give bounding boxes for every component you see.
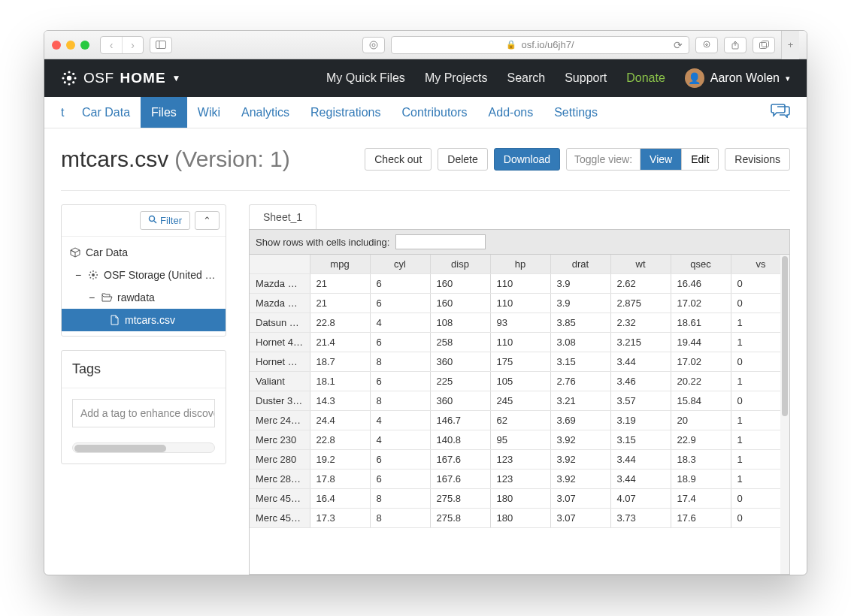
data-cell[interactable]: 3.15 [610,430,671,450]
row-header-cell[interactable]: Mazda RX4… [250,294,310,313]
data-cell[interactable]: 3.92 [550,450,610,470]
close-icon[interactable] [52,41,61,50]
data-cell[interactable]: 3.69 [550,411,610,430]
nav-donate[interactable]: Donate [626,71,665,85]
data-cell[interactable]: 6 [370,450,430,470]
data-cell[interactable]: 15.84 [671,391,731,411]
user-menu[interactable]: 👤 Aaron Wolen ▾ [685,68,790,88]
nav-support[interactable]: Support [565,71,607,85]
forward-icon[interactable]: › [122,37,143,53]
tree-file[interactable]: mtcars.csv [62,309,226,331]
data-cell[interactable]: 18.61 [671,313,731,333]
row-header-cell[interactable]: Valiant [250,372,310,391]
column-header[interactable]: drat [550,255,610,274]
share-button[interactable] [724,37,747,53]
data-cell[interactable]: 6 [370,274,430,294]
row-header-cell[interactable]: Merc 280 [250,450,310,470]
data-cell[interactable]: 258 [430,333,490,352]
data-cell[interactable]: 245 [490,391,550,411]
data-cell[interactable]: 167.6 [430,450,490,470]
table-row[interactable]: Merc 450SL17.38275.81803.073.7317.60 [250,509,790,528]
table-row[interactable]: Merc 240D24.44146.7623.693.19201 [250,411,790,430]
data-cell[interactable]: 3.08 [550,333,610,352]
data-cell[interactable]: 17.02 [671,294,731,313]
tab-analytics[interactable]: Analytics [231,97,300,128]
data-cell[interactable]: 21.4 [310,333,370,352]
data-cell[interactable]: 3.19 [610,411,671,430]
data-cell[interactable]: 6 [370,333,430,352]
data-cell[interactable]: 275.8 [430,509,490,528]
table-row[interactable]: Merc 450SE16.48275.81803.074.0717.40 [250,489,790,509]
data-cell[interactable]: 93 [490,313,550,333]
filter-button[interactable]: Filter [140,211,190,230]
data-cell[interactable]: 3.44 [610,352,671,372]
toggle-edit[interactable]: Edit [682,149,718,170]
collapse-icon[interactable]: − [89,291,96,303]
table-row[interactable]: Merc 280C17.86167.61233.923.4418.91 [250,470,790,489]
reload-icon[interactable]: ⟳ [674,39,683,51]
data-cell[interactable]: 22.9 [671,430,731,450]
data-cell[interactable]: 20 [671,411,731,430]
data-cell[interactable]: 95 [490,430,550,450]
column-header[interactable]: cyl [370,255,430,274]
tab-wiki[interactable]: Wiki [187,97,231,128]
table-row[interactable]: Valiant18.162251052.763.4620.221 [250,372,790,391]
download-button[interactable] [695,37,718,53]
data-cell[interactable]: 123 [490,450,550,470]
data-cell[interactable]: 4 [370,313,430,333]
table-row[interactable]: Mazda RX4…2161601103.92.87517.020 [250,294,790,313]
data-cell[interactable]: 3.9 [550,274,610,294]
row-header-cell[interactable]: Hornet 4 Dr… [250,333,310,352]
reader-button[interactable] [362,37,385,53]
data-cell[interactable]: 123 [490,470,550,489]
data-cell[interactable]: 3.44 [610,450,671,470]
data-cell[interactable]: 6 [370,470,430,489]
column-header[interactable]: wt [610,255,671,274]
table-row[interactable]: Datsun 71022.84108933.852.3218.611 [250,313,790,333]
data-cell[interactable]: 3.21 [550,391,610,411]
nav-quick-files[interactable]: My Quick Files [326,71,405,85]
row-header-cell[interactable]: Datsun 710 [250,313,310,333]
data-cell[interactable]: 21 [310,274,370,294]
data-cell[interactable]: 18.9 [671,470,731,489]
data-cell[interactable]: 167.6 [430,470,490,489]
data-cell[interactable]: 105 [490,372,550,391]
data-cell[interactable]: 3.85 [550,313,610,333]
data-cell[interactable]: 360 [430,352,490,372]
column-header[interactable]: hp [490,255,550,274]
sheet-tab[interactable]: Sheet_1 [249,204,316,229]
collapse-icon[interactable]: − [75,269,83,281]
tab-registrations[interactable]: Registrations [300,97,391,128]
data-cell[interactable]: 22.8 [310,430,370,450]
toggle-view[interactable]: View [641,149,682,170]
download-button[interactable]: Download [494,148,560,171]
table-row[interactable]: Mazda RX42161601103.92.6216.460 [250,274,790,294]
data-cell[interactable]: 3.46 [610,372,671,391]
data-cell[interactable]: 146.7 [430,411,490,430]
checkout-button[interactable]: Check out [365,148,432,171]
data-cell[interactable]: 360 [430,391,490,411]
data-cell[interactable]: 8 [370,352,430,372]
revisions-button[interactable]: Revisions [725,148,790,171]
row-header-cell[interactable]: Mazda RX4 [250,274,310,294]
data-cell[interactable]: 2.32 [610,313,671,333]
table-row[interactable]: Hornet 4 Dr…21.462581103.083.21519.441 [250,333,790,352]
data-cell[interactable]: 108 [430,313,490,333]
table-row[interactable]: Merc 23022.84140.8953.923.1522.91 [250,430,790,450]
data-cell[interactable]: 16.46 [671,274,731,294]
data-cell[interactable]: 160 [430,294,490,313]
column-header[interactable]: disp [430,255,490,274]
data-cell[interactable]: 17.6 [671,509,731,528]
brand[interactable]: OSFHOME ▼ [61,70,181,86]
data-cell[interactable]: 4 [370,411,430,430]
table-row[interactable]: Duster 36014.383602453.213.5715.840 [250,391,790,411]
address-bar[interactable]: 🔒 osf.io/u6jh7/ ⟳ [391,36,689,54]
data-cell[interactable]: 4 [370,430,430,450]
data-cell[interactable]: 180 [490,489,550,509]
data-cell[interactable]: 3.07 [550,509,610,528]
data-cell[interactable]: 22.8 [310,313,370,333]
new-tab-button[interactable]: + [781,31,799,59]
row-header-cell[interactable]: Merc 230 [250,430,310,450]
data-cell[interactable]: 110 [490,294,550,313]
tabs-button[interactable] [753,37,775,53]
